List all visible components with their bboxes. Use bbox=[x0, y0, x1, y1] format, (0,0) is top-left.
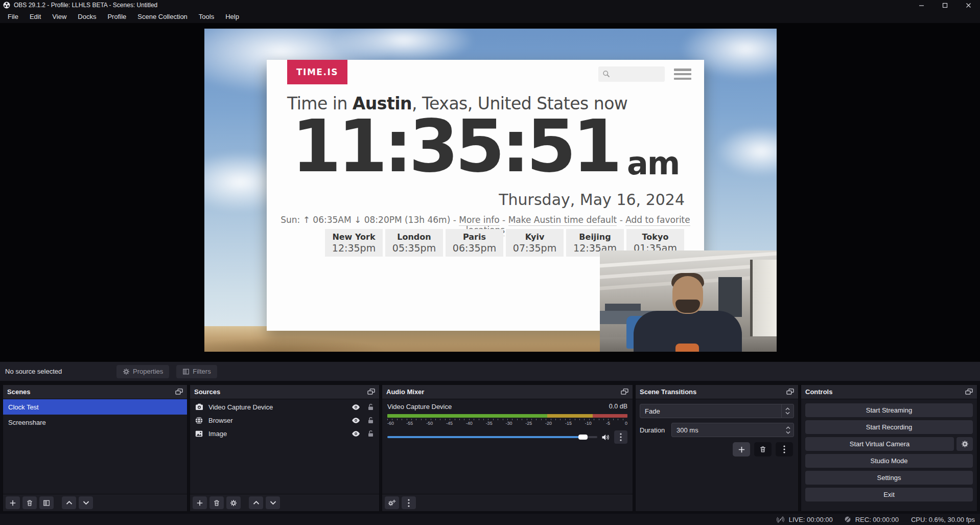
scene-transitions-header: Scene Transitions bbox=[636, 385, 798, 399]
scene-item[interactable]: Clock Test bbox=[3, 399, 187, 415]
dune bbox=[204, 337, 388, 352]
source-properties-button[interactable] bbox=[226, 496, 241, 509]
minimize-button[interactable] bbox=[909, 0, 933, 10]
menu-item[interactable]: Tools bbox=[193, 10, 220, 23]
popout-icon[interactable] bbox=[786, 389, 794, 395]
remove-transition-button[interactable] bbox=[754, 442, 772, 456]
virtual-camera-config-button[interactable] bbox=[956, 437, 973, 451]
date-display: Thursday, May 16, 2024 bbox=[499, 191, 685, 209]
menu-item[interactable]: View bbox=[46, 10, 72, 23]
scene-item[interactable]: Screenshare bbox=[3, 415, 187, 430]
select-arrows-icon bbox=[781, 404, 794, 418]
properties-button[interactable]: Properties bbox=[116, 365, 169, 378]
lock-icon[interactable] bbox=[367, 417, 374, 424]
audio-mixer-header: Audio Mixer bbox=[382, 385, 633, 399]
webcam-overlay bbox=[600, 250, 777, 352]
dock-area: Scenes Clock TestScreenshare Sources bbox=[0, 381, 980, 514]
window-title: OBS 29.1.2 - Profile: LLHLS BETA - Scene… bbox=[14, 2, 157, 9]
spin-down-icon[interactable] bbox=[786, 431, 790, 434]
studio-mode-button[interactable]: Studio Mode bbox=[805, 454, 973, 468]
add-source-button[interactable] bbox=[193, 496, 207, 509]
trash-icon bbox=[26, 499, 33, 507]
popout-icon[interactable] bbox=[367, 389, 375, 395]
trash-icon bbox=[213, 499, 220, 507]
timeis-logo: TIME.IS bbox=[287, 60, 347, 84]
spin-up-icon[interactable] bbox=[786, 426, 790, 429]
clock-ampm: am bbox=[627, 148, 679, 179]
volume-slider[interactable] bbox=[387, 436, 597, 438]
sources-toolbar bbox=[190, 494, 379, 511]
office-window bbox=[750, 260, 777, 336]
gear-icon bbox=[230, 499, 237, 507]
mixer-channel-menu-button[interactable] bbox=[614, 430, 627, 444]
close-button[interactable] bbox=[956, 0, 980, 10]
gear-icon bbox=[961, 440, 969, 448]
add-transition-button[interactable] bbox=[733, 442, 750, 456]
more-info-link: More info bbox=[459, 215, 499, 226]
duration-spinner[interactable]: 300 ms bbox=[671, 423, 794, 437]
scenes-header: Scenes bbox=[3, 385, 187, 399]
popout-icon[interactable] bbox=[965, 389, 973, 395]
city-time-box: New York 12:35pm bbox=[325, 229, 383, 257]
transition-menu-button[interactable] bbox=[776, 442, 793, 456]
source-item[interactable]: Image bbox=[190, 427, 379, 440]
city-time-box: Kyiv 07:35pm bbox=[506, 229, 564, 257]
start-virtual-camera-button[interactable]: Start Virtual Camera bbox=[805, 437, 954, 451]
start-streaming-button[interactable]: Start Streaming bbox=[805, 403, 973, 417]
scenes-list: Clock TestScreenshare bbox=[3, 399, 187, 494]
mixer-menu-button[interactable] bbox=[402, 496, 416, 509]
scene-down-button[interactable] bbox=[79, 496, 93, 509]
hamburger-menu-icon bbox=[674, 69, 691, 80]
visibility-eye-icon[interactable] bbox=[352, 417, 360, 424]
menu-item[interactable]: Profile bbox=[102, 10, 132, 23]
maximize-button[interactable] bbox=[933, 0, 956, 10]
popout-icon[interactable] bbox=[175, 389, 183, 395]
remove-scene-button[interactable] bbox=[22, 496, 37, 509]
transition-select[interactable]: Fade bbox=[640, 404, 794, 418]
meter-tick-labels: -60-55-50-45-40-35-30-25-20-15-10-50 bbox=[387, 421, 627, 426]
audio-mixer-panel: Audio Mixer Video Capture Device 0.0 dB … bbox=[382, 384, 633, 512]
scene-up-button[interactable] bbox=[62, 496, 76, 509]
exit-button[interactable]: Exit bbox=[805, 488, 973, 501]
mixer-channel-name: Video Capture Device bbox=[387, 403, 452, 410]
camera-icon bbox=[195, 403, 203, 410]
menu-item[interactable]: Scene Collection bbox=[132, 10, 193, 23]
meter-tick-marks bbox=[387, 419, 627, 420]
lock-icon[interactable] bbox=[367, 430, 374, 437]
chevron-up-icon bbox=[66, 500, 73, 505]
settings-button[interactable]: Settings bbox=[805, 471, 973, 485]
source-item[interactable]: Browser bbox=[190, 414, 379, 427]
lock-icon[interactable] bbox=[367, 403, 374, 410]
scene-filters-button[interactable] bbox=[39, 496, 54, 509]
make-default-link: Make Austin time default bbox=[508, 215, 617, 226]
source-down-button[interactable] bbox=[266, 496, 280, 509]
rec-time: REC: 00:00:00 bbox=[855, 516, 899, 523]
program-canvas[interactable]: TIME.IS Time in Austin, Texas, United St… bbox=[204, 29, 777, 352]
gear-icon bbox=[123, 368, 130, 375]
source-up-button[interactable] bbox=[249, 496, 263, 509]
controls-header: Controls bbox=[801, 385, 977, 399]
volume-slider-handle[interactable] bbox=[578, 435, 588, 440]
chevron-down-icon bbox=[270, 500, 276, 505]
speaker-icon[interactable] bbox=[601, 433, 610, 441]
live-time: LIVE: 00:00:00 bbox=[789, 516, 833, 523]
obs-logo-icon bbox=[3, 2, 10, 9]
source-status-text: No source selected bbox=[5, 368, 116, 375]
menu-item[interactable]: Help bbox=[220, 10, 245, 23]
status-bar: LIVE: 00:00:00 REC: 00:00:00 CPU: 0.6%, … bbox=[0, 514, 980, 525]
menu-item[interactable]: File bbox=[2, 10, 24, 23]
visibility-eye-icon[interactable] bbox=[352, 404, 360, 410]
popout-icon[interactable] bbox=[621, 389, 628, 395]
advanced-audio-button[interactable] bbox=[385, 496, 399, 509]
visibility-eye-icon[interactable] bbox=[352, 430, 360, 437]
menu-item[interactable]: Docks bbox=[72, 10, 102, 23]
add-scene-button[interactable] bbox=[6, 496, 20, 509]
filters-button[interactable]: Filters bbox=[176, 365, 217, 378]
scene-transitions-panel: Scene Transitions Fade Duration 300 ms bbox=[635, 384, 799, 512]
remove-source-button[interactable] bbox=[209, 496, 224, 509]
mixer-body: Video Capture Device 0.0 dB -60-55-50-45… bbox=[382, 399, 633, 494]
start-recording-button[interactable]: Start Recording bbox=[805, 420, 973, 434]
source-item[interactable]: Video Capture Device bbox=[190, 400, 379, 414]
menu-item[interactable]: Edit bbox=[24, 10, 46, 23]
preview-area: TIME.IS Time in Austin, Texas, United St… bbox=[0, 23, 980, 361]
